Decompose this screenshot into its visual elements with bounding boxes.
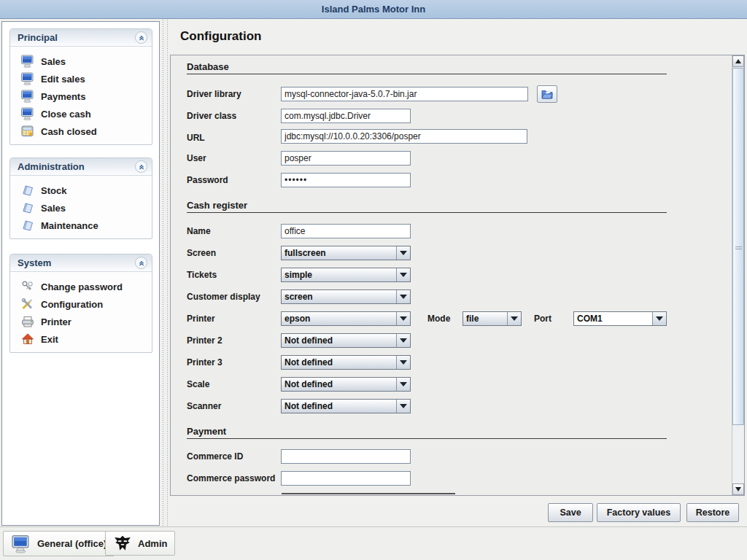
scale-select-value: Not defined [282,378,396,391]
scroll-down-button[interactable] [732,483,744,495]
scanner-label: Scanner [187,401,221,411]
sidebar-item-cash-closed[interactable]: Cash closed [10,122,152,140]
sidebar-item-maintenance[interactable]: Maintenance [10,217,152,234]
window-title: Island Palms Motor Inn [322,4,425,15]
panel-administration-header[interactable]: Administration [10,158,152,176]
robot-face-icon [113,534,132,552]
configuration-form: Database Driver library Driver class URL… [171,55,732,495]
book-icon [20,219,35,232]
sidebar-item-change-password[interactable]: Change password [10,278,152,295]
driver-library-label: Driver library [187,89,241,99]
sidebar-item-admin-sales[interactable]: Sales [10,199,152,217]
panel-system-header[interactable]: System [10,254,152,272]
customer-display-select[interactable]: screen [281,289,411,304]
sidebar-item-label: Edit sales [41,74,85,85]
restore-button[interactable]: Restore [686,503,739,522]
printer-label: Printer [187,314,215,324]
name-label: Name [187,226,211,236]
printer-select[interactable]: epson [281,311,411,326]
app-window: Island Palms Motor Inn Principal Sales E… [0,0,747,560]
browse-driver-library-button[interactable] [537,85,557,103]
driver-library-field[interactable] [281,87,528,101]
chevron-down-icon[interactable] [396,378,410,391]
port-select[interactable]: COM1 [573,311,667,326]
name-field[interactable] [281,224,411,238]
chevron-down-icon[interactable] [396,268,410,281]
commerce-id-label: Commerce ID [187,451,243,462]
sidebar-splitter[interactable] [161,20,169,526]
printer-select-value: epson [282,312,396,325]
sidebar-item-label: Sales [41,56,66,67]
sidebar-item-configuration[interactable]: Configuration [10,295,152,313]
url-field[interactable] [281,129,527,144]
collapse-chevron-icon[interactable] [135,160,147,173]
mode-select-value: file [463,312,507,325]
sidebar-item-label: Sales [41,203,66,214]
chevron-down-icon[interactable] [396,334,410,347]
printer2-label: Printer 2 [187,335,222,346]
screen-select[interactable]: fullscreen [281,246,411,260]
collapse-chevron-icon[interactable] [135,31,147,44]
panel-principal: Principal Sales Edit sales Payments [9,28,152,145]
commerce-password-field[interactable] [281,471,411,486]
panel-system-body: Change password Configuration Printer Ex… [10,272,152,352]
printer3-select[interactable]: Not defined [281,355,411,370]
scanner-select-value: Not defined [282,400,396,413]
scrollbar-thumb[interactable] [732,68,744,425]
save-button[interactable]: Save [548,503,593,522]
user-field[interactable] [281,151,411,166]
sidebar-item-exit[interactable]: Exit [10,330,152,348]
sidebar-item-sales[interactable]: Sales [10,52,152,70]
panel-title: Principal [18,32,135,43]
port-label: Port [534,314,551,324]
screen-label: Screen [187,248,216,258]
commerce-id-field[interactable] [281,449,411,464]
tools-icon [20,298,35,311]
user-button[interactable]: Admin [105,531,175,556]
sidebar-item-edit-sales[interactable]: Edit sales [10,70,152,88]
section-divider [187,74,667,74]
sidebar-item-label: Printer [41,316,71,327]
mode-select[interactable]: file [462,311,522,326]
sidebar-item-printer[interactable]: Printer [10,313,152,330]
chevron-down-icon[interactable] [507,312,521,325]
panel-principal-header[interactable]: Principal [10,29,152,47]
chevron-down-icon[interactable] [396,400,410,413]
url-label: URL [187,133,205,143]
printer2-select[interactable]: Not defined [281,333,411,348]
arrow-down-icon [735,487,741,491]
user-label: Admin [138,538,167,549]
chevron-down-icon[interactable] [396,246,410,260]
printer2-select-value: Not defined [282,334,396,347]
location-button[interactable]: General (office) [3,531,115,556]
scale-select[interactable]: Not defined [281,377,411,392]
sidebar-item-label: Cash closed [41,126,97,137]
panel-administration-body: Stock Sales Maintenance [10,176,152,238]
customer-display-select-value: screen [282,290,396,303]
chevron-down-icon[interactable] [396,290,410,303]
section-divider [187,438,667,439]
scroll-up-button[interactable] [732,55,744,67]
vertical-scrollbar[interactable] [732,55,744,495]
sidebar-item-label: Stock [41,185,66,196]
sidebar-item-label: Exit [41,334,58,345]
password-field[interactable] [281,173,411,187]
sidebar-item-close-cash[interactable]: Close cash [10,105,152,122]
tickets-select[interactable]: simple [281,268,411,282]
section-title-payment: Payment [187,426,226,437]
chevron-down-icon[interactable] [396,356,410,369]
sidebar-item-stock[interactable]: Stock [10,182,152,199]
factory-values-button[interactable]: Factory values [597,503,681,522]
monitor-icon [20,55,35,68]
location-label: General (office) [37,538,107,549]
port-select-value[interactable]: COM1 [574,312,652,325]
monitor-icon [20,72,35,85]
chevron-down-icon[interactable] [652,312,666,325]
sidebar: Principal Sales Edit sales Payments [1,21,160,526]
monitor-icon [20,107,35,120]
scanner-select[interactable]: Not defined [281,399,411,413]
collapse-chevron-icon[interactable] [135,257,147,269]
chevron-down-icon[interactable] [396,312,410,325]
sidebar-item-payments[interactable]: Payments [10,88,152,105]
driver-class-field[interactable] [281,109,411,123]
